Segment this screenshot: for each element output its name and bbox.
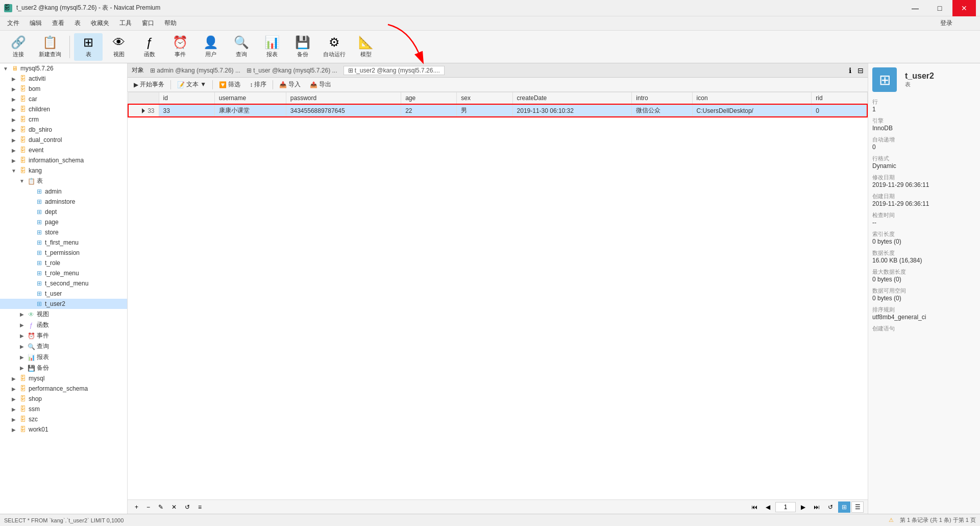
col-password[interactable]: password: [286, 92, 401, 105]
sidebar-item-t-permission[interactable]: ⊞ t_permission: [0, 248, 127, 258]
start-transaction-button[interactable]: ▶ 开始事务: [130, 79, 168, 90]
ssm-toggle[interactable]: ▶: [10, 405, 17, 413]
maximize-button[interactable]: □: [928, 0, 951, 16]
filter-rows-button[interactable]: ≡: [195, 503, 205, 512]
filter-button[interactable]: 🔽 筛选: [215, 79, 244, 90]
remove-row-button[interactable]: −: [143, 503, 153, 512]
menu-table[interactable]: 表: [69, 17, 86, 30]
user-button[interactable]: 👤 用户: [197, 33, 225, 61]
add-row-button[interactable]: +: [132, 503, 141, 512]
sidebar-item-db-shiro[interactable]: ▶ 🗄 db_shiro: [0, 125, 127, 135]
menu-help[interactable]: 帮助: [159, 17, 182, 30]
sidebar-item-admin[interactable]: ⊞ admin: [0, 186, 127, 197]
sidebar-item-ssm[interactable]: ▶ 🗄 ssm: [0, 404, 127, 414]
col-id[interactable]: id: [159, 92, 214, 105]
view-button[interactable]: 👁 视图: [105, 33, 133, 61]
col-age[interactable]: age: [401, 92, 457, 105]
new-query-button[interactable]: 📋 新建查询: [35, 33, 65, 61]
sidebar-item-queries[interactable]: ▶ 🔍 查询: [0, 341, 127, 352]
page-number-input[interactable]: [775, 502, 796, 512]
col-rid[interactable]: rid: [812, 92, 867, 105]
sidebar-item-t-role[interactable]: ⊞ t_role: [0, 258, 127, 268]
col-username[interactable]: username: [214, 92, 286, 105]
close-button[interactable]: ✕: [952, 0, 976, 16]
crm-toggle[interactable]: ▶: [10, 116, 17, 123]
events-toggle[interactable]: ▶: [18, 332, 26, 340]
sidebar-item-t-role-menu[interactable]: ⊞ t_role_menu: [0, 268, 127, 278]
t-user-tab-link[interactable]: ⊞ t_user @kang (mysql5.7.26) ...: [247, 67, 337, 74]
root-toggle[interactable]: ▼: [2, 65, 9, 72]
sidebar-item-store[interactable]: ⊞ store: [0, 227, 127, 237]
backups-toggle[interactable]: ▶: [18, 365, 26, 372]
sidebar-item-perf-schema[interactable]: ▶ 🗄 performance_schema: [0, 384, 127, 394]
menu-favorites[interactable]: 收藏夹: [86, 17, 114, 30]
sort-button[interactable]: ↕ 排序: [246, 79, 271, 90]
car-toggle[interactable]: ▶: [10, 95, 17, 103]
report-button[interactable]: 📊 报表: [258, 33, 286, 61]
sidebar-root[interactable]: ▼ 🖥 mysql5.7.26: [0, 63, 127, 74]
col-createdate[interactable]: createDate: [512, 92, 632, 105]
col-intro[interactable]: intro: [632, 92, 692, 105]
nav-first-button[interactable]: ⏮: [748, 503, 761, 512]
event-toggle[interactable]: ▶: [10, 147, 17, 154]
table-row[interactable]: 33 33 康康小课堂 3434556889787645 22 男 2019-1…: [128, 104, 867, 117]
sidebar-item-t-user2[interactable]: ⊞ t_user2: [0, 299, 127, 309]
menu-edit[interactable]: 编辑: [24, 17, 47, 30]
sidebar-item-information-schema[interactable]: ▶ 🗄 information_schema: [0, 155, 127, 165]
sidebar-item-car[interactable]: ▶ 🗄 car: [0, 94, 127, 104]
grid-view-button[interactable]: ⊞: [838, 501, 850, 513]
edit-row-button[interactable]: ✎: [155, 503, 166, 512]
sidebar-item-views[interactable]: ▶ 👁 视图: [0, 309, 127, 320]
kang-toggle[interactable]: ▼: [10, 167, 17, 174]
nav-prev-button[interactable]: ◀: [763, 503, 773, 512]
model-button[interactable]: 📐 模型: [352, 33, 380, 61]
functions-toggle[interactable]: ▶: [18, 322, 26, 329]
delete-row-button[interactable]: ✕: [168, 503, 180, 512]
menu-tools[interactable]: 工具: [114, 17, 137, 30]
sidebar-item-bom[interactable]: ▶ 🗄 bom: [0, 84, 127, 94]
sidebar-item-mysql[interactable]: ▶ 🗄 mysql: [0, 373, 127, 384]
sidebar-item-page[interactable]: ⊞ page: [0, 217, 127, 227]
sidebar-item-kang[interactable]: ▼ 🗄 kang: [0, 165, 127, 176]
activiti-toggle[interactable]: ▶: [10, 75, 17, 82]
sidebar-item-shop[interactable]: ▶ 🗄 shop: [0, 394, 127, 404]
sidebar-item-backups[interactable]: ▶ 💾 备份: [0, 363, 127, 373]
info-schema-toggle[interactable]: ▶: [10, 157, 17, 164]
sidebar-item-functions[interactable]: ▶ ƒ 函数: [0, 320, 127, 330]
sidebar-item-tables[interactable]: ▼ 📋 表: [0, 176, 127, 186]
children-toggle[interactable]: ▶: [10, 106, 17, 113]
list-view-button[interactable]: ☰: [851, 501, 864, 513]
sidebar-item-dual-control[interactable]: ▶ 🗄 dual_control: [0, 135, 127, 145]
import-button[interactable]: 📥 导入: [275, 79, 305, 90]
panel-icon[interactable]: ⊟: [857, 66, 864, 75]
minimize-button[interactable]: —: [903, 0, 927, 16]
menu-file[interactable]: 文件: [2, 17, 24, 30]
sidebar-item-events[interactable]: ▶ ⏰ 事件: [0, 330, 127, 341]
nav-last-button[interactable]: ⏭: [811, 503, 823, 512]
szc-toggle[interactable]: ▶: [10, 416, 17, 423]
connect-button[interactable]: 🔗 连接: [4, 33, 33, 61]
t-user2-tab-link[interactable]: ⊞ t_user2 @kang (mysql5.7.26....: [344, 66, 445, 75]
admin-tab-link[interactable]: ⊞ admin @kang (mysql5.7.26) ...: [150, 67, 240, 74]
query-button[interactable]: 🔍 查询: [227, 33, 256, 61]
mysql-toggle[interactable]: ▶: [10, 375, 17, 382]
nav-next-button[interactable]: ▶: [798, 503, 808, 512]
sidebar-item-reports[interactable]: ▶ 📊 报表: [0, 352, 127, 363]
col-icon[interactable]: icon: [692, 92, 812, 105]
reports-toggle[interactable]: ▶: [18, 354, 26, 361]
info-icon[interactable]: ℹ: [849, 66, 851, 75]
sidebar-item-szc[interactable]: ▶ 🗄 szc: [0, 414, 127, 424]
menu-view[interactable]: 查看: [47, 17, 69, 30]
sidebar-item-t-user[interactable]: ⊞ t_user: [0, 289, 127, 299]
nav-reload-button[interactable]: ↺: [825, 503, 836, 512]
text-button[interactable]: 📝 文本 ▼: [173, 79, 210, 90]
table-button[interactable]: ⊞ 表: [74, 33, 103, 61]
sidebar-item-event[interactable]: ▶ 🗄 event: [0, 145, 127, 155]
export-button[interactable]: 📤 导出: [306, 79, 335, 90]
autorun-button[interactable]: ⚙ 自动运行: [319, 33, 350, 61]
sidebar-item-children[interactable]: ▶ 🗄 children: [0, 104, 127, 114]
dual-control-toggle[interactable]: ▶: [10, 136, 17, 144]
col-sex[interactable]: sex: [457, 92, 512, 105]
sidebar-item-work01[interactable]: ▶ 🗄 work01: [0, 424, 127, 435]
sidebar-item-t-second-menu[interactable]: ⊞ t_second_menu: [0, 278, 127, 289]
